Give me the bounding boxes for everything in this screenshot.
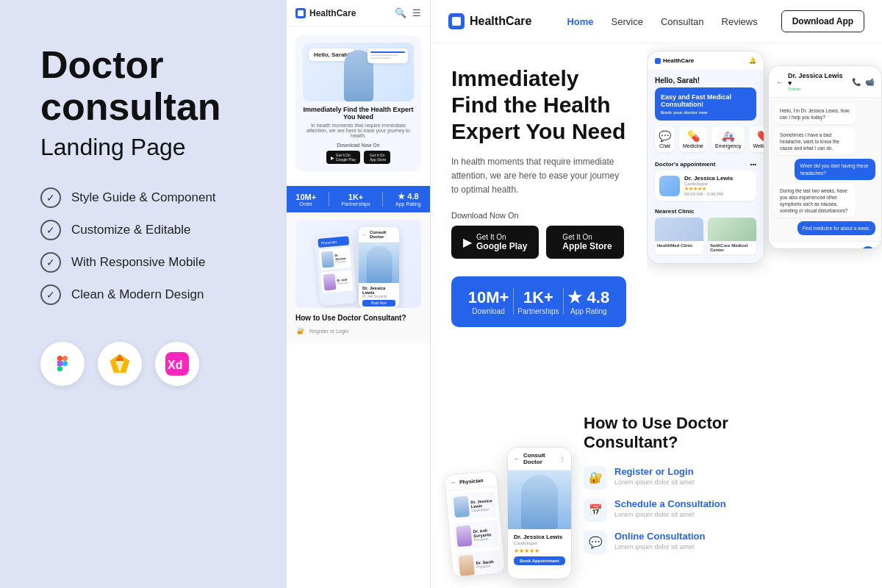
wellness-label: Wellness: [753, 143, 764, 148]
physician-info-3: Dr. Sarah Physician: [476, 559, 494, 568]
mobile-apple-store-label: Get It OnApp Store: [370, 153, 386, 162]
video-icon[interactable]: 📹: [865, 78, 874, 86]
chat-input-area: Type anything here... ▶: [769, 241, 881, 249]
check-icon: ✓: [40, 220, 61, 240]
mobile-store-buttons: ▶ Get It OnGoogle Play Get It OnApp Stor…: [303, 151, 414, 164]
wellness-emoji: ❤️: [753, 130, 764, 142]
stat-divider: [513, 288, 514, 315]
mobile-mock-left: Physician Dr. Jessica Physician: [315, 233, 357, 306]
chat-msg-sent-1: When did you start having these headache…: [795, 159, 875, 179]
mobile-stat-rating-label: App Rating: [395, 201, 421, 207]
desktop-stat-rating: ★ 4.8 App Rating: [567, 288, 609, 315]
consult-doc-spec: Cardiologist: [514, 541, 565, 545]
desktop-main-content: Immediately Find the Health Expert You N…: [431, 43, 882, 396]
stat-partnerships-label: Partnerships: [517, 307, 559, 315]
desktop-logo: HealthCare: [448, 13, 531, 29]
mobile-hero-title: Immediately Find the Health Expert You N…: [303, 106, 414, 121]
consult-doctor-figure: [521, 475, 558, 529]
feature-item: ✓ Clean & Modern Design: [40, 284, 257, 305]
chat-emoji: 💬: [659, 130, 671, 142]
desktop-apple-store-button[interactable]: Get It OnApple Store: [546, 226, 623, 259]
big-phone-greeting: Hello, Sarah!: [648, 71, 764, 87]
bp-icon-emergency[interactable]: 🚑 Emergency: [711, 126, 745, 152]
chat-messages: Hello, I'm Dr. Jessica Lewis, how can I …: [769, 98, 881, 241]
bp-appt-header: Doctor's appointment •••: [648, 158, 764, 171]
xd-icon: Xd: [155, 342, 199, 386]
mobile-section2: Physician Dr. Jessica Physician: [287, 212, 430, 343]
hero-title-line3: Expert You Need: [451, 119, 625, 143]
mobile-google-play-button[interactable]: ▶ Get It OnGoogle Play: [326, 151, 360, 164]
main-title: Doctor consultan: [40, 44, 257, 128]
check-icon: ✓: [40, 284, 61, 305]
mobile-section2-image: Physician Dr. Jessica Physician: [295, 220, 421, 308]
menu-icon[interactable]: ☰: [412, 7, 421, 18]
nav-link-consultan[interactable]: Consultan: [661, 16, 704, 27]
chat-send-button[interactable]: ▶: [861, 246, 875, 249]
consult-book-button[interactable]: Book Appointment: [514, 556, 565, 565]
bp-icons-row: 💬 Chat 💊 Medicine 🚑 Emergency: [648, 126, 764, 152]
mobile-hero: Hello, Sarah! Immediately Find the Healt…: [287, 26, 430, 186]
mobile-preview: HealthCare 🔍 ☰ Hello, Sarah!: [287, 0, 431, 588]
tool-icons: Xd: [40, 342, 257, 386]
feature-text: Style Guide & Component: [71, 190, 216, 205]
step-register-title: Register or Login: [614, 466, 695, 477]
svg-rect-0: [57, 356, 62, 361]
mobile-hero-card: Hello, Sarah! Immediately Find the Healt…: [295, 35, 421, 171]
bp-doc-info: Dr. Jessica Lewis Cardiologist ★★★★★ 09:…: [684, 175, 752, 196]
medicine-label: Medicine: [683, 143, 703, 148]
search-icon[interactable]: 🔍: [395, 7, 406, 18]
desktop-store-buttons: ▶ Get It OnGoogle Play Get It OnApple St…: [451, 226, 626, 259]
svg-text:Xd: Xd: [168, 359, 182, 371]
desktop-hero-title: Immediately Find the Health Expert You N…: [451, 65, 626, 145]
consult-back-arrow: ←: [514, 455, 520, 462]
mobile-logo-square: [295, 8, 306, 18]
hero-title-line1: Immediately: [451, 66, 578, 90]
consult-doc-info: Dr. Jessica Lewis Cardiologist ★★★★★ Boo…: [508, 529, 571, 570]
stat-divider: [563, 288, 564, 315]
desktop-google-play-button[interactable]: ▶ Get It OnGoogle Play: [451, 226, 539, 259]
s2-title-line1: How to Use Doctor: [584, 414, 728, 432]
nav-link-reviews[interactable]: Reviews: [722, 16, 758, 27]
nav-link-service[interactable]: Service: [612, 16, 643, 27]
bp-icon-medicine[interactable]: 💊 Medicine: [679, 126, 707, 152]
stat-download-value: 10M+: [468, 288, 509, 307]
consult-doctor-image: [508, 470, 571, 529]
mobile-chat-preview: [368, 49, 408, 63]
chat-input[interactable]: Type anything here...: [775, 248, 856, 249]
desktop-dl-label: Download Now On: [451, 211, 626, 220]
step-schedule: 📅 Schedule a Consultation Lorem ipsum do…: [584, 498, 864, 522]
mobile-stats-bar: 10M+ Order 1K+ Partnerships ★ 4.8 App Ra…: [287, 186, 430, 212]
step-register-info: Register or Login Lorem ipsum dolor sit …: [614, 466, 695, 486]
bp-nearest-clinic-header: Nearest Clinic: [648, 205, 764, 218]
phone-icon[interactable]: 📞: [852, 78, 861, 86]
bp-doc-avatar: [659, 176, 680, 196]
bp-icon-wellness[interactable]: ❤️ Wellness: [749, 126, 764, 152]
play-triangle-icon: ▶: [463, 235, 472, 249]
doc-card-mini2: Dr. Anil Physician: [320, 270, 353, 293]
mobile-section2-title: How to Use Doctor Consultant?: [295, 314, 421, 322]
chat-phone-mockup: ← Dr. Jessica Lewis ♥ Online 📞 📹 Hello, …: [768, 65, 882, 249]
nav-link-home[interactable]: Home: [567, 16, 593, 27]
bp-logo: HealthCare: [655, 57, 694, 64]
physician-item-2: Dr. Anil Suryanto Physician: [453, 520, 499, 550]
chat-phone-header: ← Dr. Jessica Lewis ♥ Online 📞 📹: [769, 66, 881, 98]
bp-clinic-name-1: HealthMed Clinic: [655, 241, 703, 250]
desktop-stat-partnerships: 1K+ Partnerships: [517, 288, 559, 315]
mobile-apple-store-button[interactable]: Get It OnApp Store: [364, 151, 390, 164]
stat-partnerships-value: 1K+: [517, 288, 559, 307]
more-icon[interactable]: •••: [750, 161, 756, 168]
mobile-nav-icons: 🔍 ☰: [395, 7, 421, 18]
chat-back-arrow[interactable]: ←: [776, 78, 784, 86]
stat-divider: [382, 192, 383, 207]
feature-text: With Responsive Mobile: [71, 255, 205, 270]
mobile-mock-center: ← Consult Doctor Dr. Jessica Lewis Dr. A…: [359, 227, 399, 308]
bp-icon-chat[interactable]: 💬 Chat: [655, 126, 675, 152]
stat-rating-label: App Rating: [567, 307, 609, 315]
bp-notif-icon: 🔔: [749, 57, 756, 64]
mobile-stat-partnerships-value: 1K+: [341, 193, 370, 201]
stat-divider: [329, 192, 329, 207]
download-app-button[interactable]: Download App: [781, 10, 865, 32]
svg-rect-3: [57, 367, 62, 372]
google-play-label: Get It OnGoogle Play: [476, 233, 527, 251]
emergency-emoji: 🚑: [715, 130, 741, 142]
